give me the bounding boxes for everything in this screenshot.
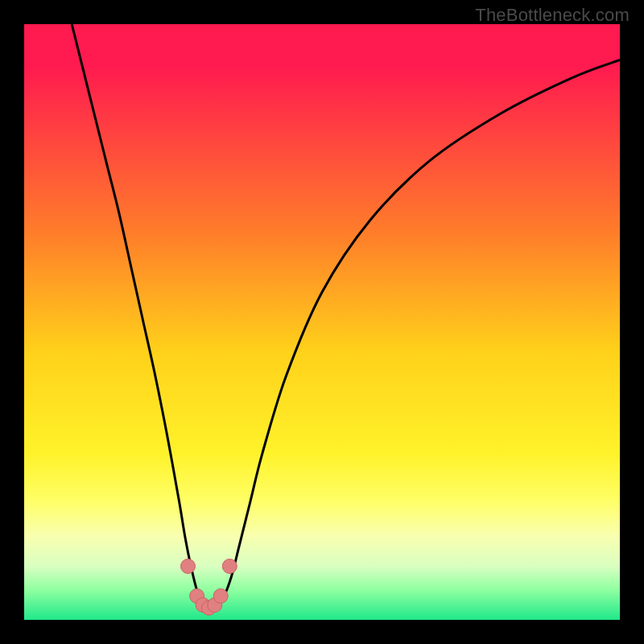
bottleneck-curve <box>72 24 620 609</box>
watermark-text: TheBottleneck.com <box>475 5 630 26</box>
curve-marker <box>222 559 237 573</box>
curve-marker <box>213 588 228 603</box>
plot-area <box>24 24 620 620</box>
chart-frame: TheBottleneck.com <box>0 0 644 644</box>
curve-marker <box>181 559 196 573</box>
curve-layer <box>24 24 620 620</box>
